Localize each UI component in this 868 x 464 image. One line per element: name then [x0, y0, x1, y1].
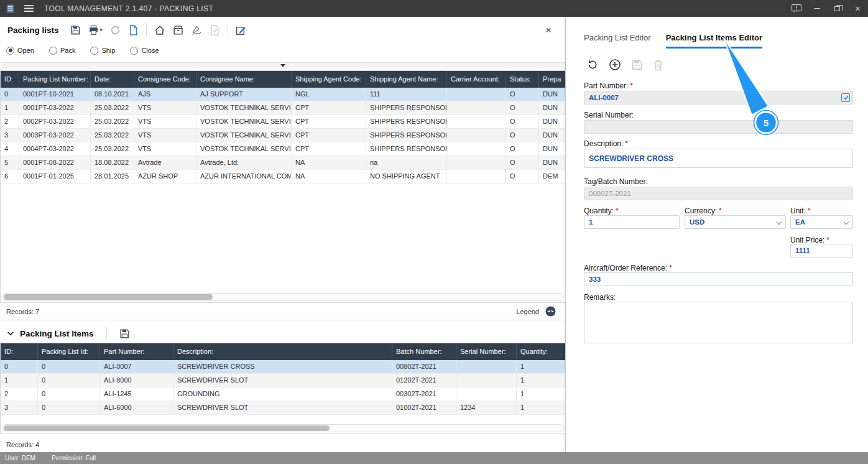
table-cell — [456, 387, 517, 401]
status-filter-group: Open Pack Ship Close — [0, 43, 165, 58]
refresh-button[interactable] — [106, 22, 124, 38]
items-hscrollbar[interactable] — [2, 424, 564, 432]
sign-icon — [191, 25, 202, 35]
app-icon — [6, 4, 15, 14]
menu-icon[interactable] — [24, 4, 34, 12]
collapse-chevron-icon[interactable] — [6, 329, 15, 338]
column-header[interactable]: Description: — [173, 343, 392, 360]
quantity-input[interactable] — [584, 215, 680, 229]
unit-select[interactable]: EA — [790, 215, 853, 229]
table-row[interactable]: 50001PT-08-202218.08.2022AvtradeAvtrade,… — [1, 156, 565, 170]
remarks-textarea[interactable] — [584, 302, 853, 343]
currency-select[interactable]: USD — [685, 215, 786, 229]
column-header[interactable]: Packing List Id: — [38, 343, 100, 360]
legend-label: Legend — [516, 308, 539, 315]
table-cell: O — [506, 170, 539, 183]
filter-pack-radio[interactable]: Pack — [49, 47, 75, 55]
restore-icon — [834, 6, 840, 11]
filter-ship-radio[interactable]: Ship — [90, 47, 115, 55]
table-row[interactable]: 20ALI-1245GROUNDING00302T-20211 — [1, 387, 565, 401]
table-row[interactable]: 30ALI-6000SCREWDRIVER SLOT01002T-2021123… — [1, 401, 565, 415]
packing-lists-hscrollbar[interactable] — [2, 293, 564, 301]
table-row[interactable]: 60001PT-01-202528.01.2025AZUR SHOPAZUR I… — [1, 170, 565, 183]
table-cell: 1 — [1, 374, 38, 387]
table-cell: ALI-6000 — [100, 401, 173, 414]
column-header[interactable]: ID: — [1, 343, 38, 360]
alerts-icon[interactable] — [786, 0, 806, 17]
add-item-button[interactable] — [609, 58, 621, 71]
add-icon — [609, 58, 621, 71]
table-cell: 08.10.2021 — [91, 88, 134, 101]
column-header[interactable]: Shipping Agent Code: — [292, 71, 366, 88]
column-header[interactable]: Shipping Agent Name: — [366, 71, 447, 88]
currency-value: USD — [690, 218, 704, 226]
column-header[interactable]: Packing List Number: — [19, 71, 91, 88]
table-cell: CPT — [292, 129, 366, 142]
table-row[interactable]: 10ALI-8000SCREWDRIVER SLOT01202T-20211 — [1, 374, 565, 387]
pack-button[interactable] — [169, 22, 187, 38]
serial-number-input[interactable] — [584, 120, 853, 134]
edit-button[interactable] — [232, 22, 250, 38]
table-cell: AJS — [134, 88, 196, 101]
save-layout-button[interactable] — [67, 22, 85, 38]
print-dropdown-caret[interactable]: ▾ — [100, 27, 103, 33]
table-cell — [447, 156, 506, 169]
minimize-button[interactable] — [806, 0, 827, 17]
table-cell: 3 — [1, 129, 19, 142]
grid-top-scroll-strip[interactable] — [1, 62, 565, 68]
filter-open-radio[interactable]: Open — [6, 47, 34, 55]
unit-label: Unit:* — [790, 206, 810, 215]
new-document-icon — [128, 25, 139, 35]
table-cell: 01002T-2021 — [392, 401, 456, 414]
column-header[interactable]: Batch Number: — [392, 343, 456, 360]
packing-list-items-grid: ID:Packing List Id:Part Number:Descripti… — [0, 343, 566, 434]
items-save-layout-button[interactable] — [116, 325, 134, 341]
ship-button[interactable] — [187, 22, 206, 38]
new-packing-list-button[interactable] — [124, 22, 142, 38]
column-header[interactable]: Consignee Code: — [134, 71, 196, 88]
tab-packing-list-items-editor[interactable]: Packing List Items Editor — [666, 33, 762, 49]
table-row[interactable]: 20002PT-03-202225.03.2022VTSVOSTOK TECHN… — [1, 115, 565, 129]
column-header[interactable]: Carrier Account: — [447, 71, 506, 88]
filter-close-radio[interactable]: Close — [130, 47, 159, 55]
column-header[interactable]: Consignee Name: — [196, 71, 292, 88]
table-row[interactable]: 10001PT-03-202225.03.2022VTSVOSTOK TECHN… — [1, 101, 565, 115]
table-row[interactable]: 40004PT-03-202225.03.2022VTSVOSTOK TECHN… — [1, 142, 565, 156]
column-header[interactable]: Date: — [91, 71, 134, 88]
table-row[interactable]: 00ALI-0007SCREWDRIVER CROSS00802T-20211 — [1, 360, 565, 374]
aircraft-order-reference-input[interactable] — [584, 272, 853, 286]
tag-batch-input[interactable] — [584, 187, 853, 200]
print-button[interactable]: ▾ — [85, 22, 106, 38]
save-item-button[interactable] — [631, 59, 643, 71]
column-header[interactable]: Prepa — [539, 71, 566, 88]
column-header[interactable]: Status: — [506, 71, 539, 88]
verify-button[interactable] — [206, 22, 224, 38]
description-input[interactable] — [584, 149, 853, 168]
home-button[interactable] — [150, 22, 169, 38]
table-cell: NGL — [292, 88, 366, 101]
table-cell: 25.03.2022 — [91, 115, 134, 128]
part-number-input[interactable] — [584, 91, 853, 104]
delete-item-button[interactable] — [653, 59, 663, 71]
column-header[interactable]: Part Number: — [100, 343, 173, 360]
legend-eye-icon[interactable] — [545, 306, 556, 317]
unit-price-input[interactable] — [790, 244, 853, 258]
table-cell: 0 — [1, 88, 19, 101]
items-footer: Records: 4 — [0, 436, 566, 453]
close-pane-button[interactable]: × — [539, 25, 558, 35]
restore-button[interactable] — [827, 0, 847, 17]
table-cell: SHIPPERS RESPONSOBILITY — [366, 142, 447, 155]
scrollbar-thumb[interactable] — [4, 294, 213, 300]
table-cell: SCREWDRIVER SLOT — [173, 401, 392, 414]
column-header[interactable]: ID: — [1, 71, 19, 88]
close-window-button[interactable]: × — [847, 0, 868, 17]
column-header[interactable]: Serial Number: — [456, 343, 517, 360]
chevron-down-icon — [844, 220, 849, 225]
table-row[interactable]: 00001PT-10-202108.10.2021AJSAJ SUPPORTNG… — [1, 88, 565, 101]
tab-packing-list-editor[interactable]: Packing List Editor — [584, 33, 651, 49]
table-row[interactable]: 30003PT-03-202225.03.2022VTSVOSTOK TECHN… — [1, 129, 565, 142]
column-header[interactable]: Quantity: — [517, 343, 566, 360]
part-number-checkbox[interactable] — [841, 93, 850, 102]
scrollbar-thumb[interactable] — [4, 425, 330, 431]
editor-refresh-button[interactable] — [586, 58, 599, 71]
